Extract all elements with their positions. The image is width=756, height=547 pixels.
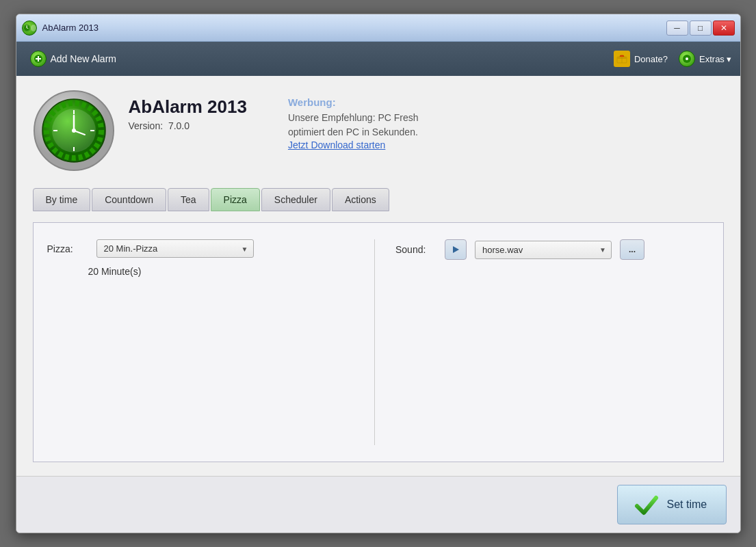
titlebar-buttons: ─ □ ✕ [666,21,735,36]
pizza-row: Pizza: 20 Min.-Pizza 30 Min.-Pizza 15 Mi… [47,239,361,258]
sound-select-wrapper: horse.wav alarm.wav bell.wav [475,241,612,259]
tab-scheduler[interactable]: Scheduler [261,188,330,211]
version-number: 7.0.0 [168,120,190,131]
tab-actions[interactable]: Actions [332,188,389,211]
add-alarm-icon [30,51,47,67]
minimize-button[interactable]: ─ [666,21,688,36]
tabs-container: By time Countdown Tea Pizza Scheduler Ac… [33,188,724,211]
svg-point-11 [686,57,688,60]
app-info: AbAlarm 2013 Version: 7.0.0 [129,90,247,131]
tab-by-time[interactable]: By time [33,188,91,211]
donate-icon [614,51,630,67]
footer: Set time [16,476,740,533]
sound-select[interactable]: horse.wav alarm.wav bell.wav [475,241,612,259]
window-title: AbAlarm 2013 [42,23,666,33]
set-time-label: Set time [667,498,707,511]
ad-link[interactable]: Jetzt Download starten [288,139,419,150]
main-content: AbAlarm 2013 Version: 7.0.0 Werbung: Uns… [16,76,740,476]
tab-tea[interactable]: Tea [168,188,209,211]
sound-label: Sound: [395,244,436,255]
svg-point-22 [72,129,76,133]
toolbar-right: Donate? Extras ▾ [614,51,732,67]
titlebar: AbAlarm 2013 ─ □ ✕ [16,14,740,42]
play-button[interactable] [445,239,467,260]
clock-logo [33,90,115,172]
svg-marker-23 [453,246,459,253]
browse-button[interactable]: ... [620,239,644,260]
ad-label: Werbung: [288,96,419,108]
pizza-minutes: 20 Minute(s) [88,266,361,277]
donate-label: Donate? [634,54,668,64]
extras-button[interactable]: Extras ▾ [679,51,731,67]
version-label: Version: [129,120,164,131]
app-window: AbAlarm 2013 ─ □ ✕ Add New Alarm [16,14,741,533]
toolbar: Add New Alarm Donate? [16,42,740,76]
checkmark-icon [634,492,659,517]
set-time-button[interactable]: Set time [617,485,727,524]
ad-section: Werbung: Unsere Empfehlung: PC Freshopti… [288,90,419,150]
close-button[interactable]: ✕ [713,21,735,36]
extras-icon [679,51,695,67]
donate-button[interactable]: Donate? [614,51,668,67]
tab-pizza[interactable]: Pizza [211,188,260,211]
tab-countdown[interactable]: Countdown [92,188,166,211]
app-name: AbAlarm 2013 [129,96,247,118]
extras-label: Extras ▾ [699,54,731,64]
header-section: AbAlarm 2013 Version: 7.0.0 Werbung: Uns… [33,90,724,172]
app-version: Version: 7.0.0 [129,120,247,131]
app-icon [22,21,37,36]
maximize-button[interactable]: □ [690,21,712,36]
pizza-select[interactable]: 20 Min.-Pizza 30 Min.-Pizza 15 Min.-Pizz… [96,239,254,258]
add-alarm-label: Add New Alarm [51,53,116,64]
ad-text: Unsere Empfehlung: PC Freshoptimiert den… [288,111,419,139]
add-new-alarm-button[interactable]: Add New Alarm [25,48,122,70]
sound-row: Sound: horse.wav alarm.wav bell.wav . [395,239,709,260]
pizza-tab-content: Pizza: 20 Min.-Pizza 30 Min.-Pizza 15 Mi… [33,222,724,462]
pizza-select-wrapper: 20 Min.-Pizza 30 Min.-Pizza 15 Min.-Pizz… [96,239,254,258]
pizza-label: Pizza: [47,243,88,254]
tab-left: Pizza: 20 Min.-Pizza 30 Min.-Pizza 15 Mi… [47,239,376,445]
tab-right: Sound: horse.wav alarm.wav bell.wav . [375,239,709,445]
